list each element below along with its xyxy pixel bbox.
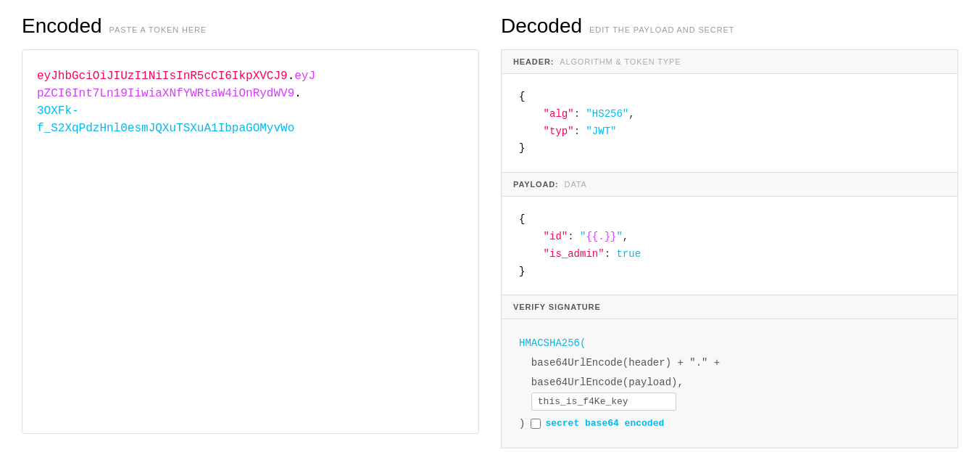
- token-part3-line2: f_S2XqPdzHnl0esmJQXuTSXuA1IbpaGOMyvWo: [37, 122, 294, 135]
- verify-section: VERIFY SIGNATURE HMACSHA256( base64UrlEn…: [501, 295, 958, 448]
- verify-body: HMACSHA256( base64UrlEncode(header) + ".…: [502, 319, 958, 448]
- encoded-box[interactable]: eyJhbGciOiJIUzI1NiIsInR5cCI6IkpXVCJ9.eyJ…: [22, 49, 479, 434]
- header-body[interactable]: { "alg": "HS256", "typ": "JWT" }: [502, 74, 958, 172]
- verify-line1: base64UrlEncode(header) + "." +: [531, 357, 720, 369]
- token-part3-line1: 3OXFk-: [37, 104, 79, 118]
- verify-footer: ) secret base64 encoded: [519, 414, 940, 434]
- header-sub: ALGORITHM & TOKEN TYPE: [560, 57, 681, 66]
- header-alg-val: "HS256": [586, 108, 628, 120]
- header-alg-key: "alg": [544, 108, 574, 120]
- header-section: HEADER: ALGORITHM & TOKEN TYPE { "alg": …: [501, 49, 958, 172]
- verify-label: VERIFY SIGNATURE: [513, 303, 601, 311]
- header-section-title: HEADER: ALGORITHM & TOKEN TYPE: [502, 50, 958, 74]
- payload-id-key: "id": [544, 231, 568, 242]
- verify-func: HMACSHA256(: [519, 337, 586, 349]
- header-typ-val: "JWT": [586, 126, 616, 137]
- header-label: HEADER:: [513, 57, 554, 66]
- secret-base64-label[interactable]: secret base64 encoded: [531, 415, 664, 433]
- payload-id-close: ": [616, 231, 622, 242]
- encoded-subtitle: PASTE A TOKEN HERE: [109, 25, 207, 34]
- decoded-title: Decoded: [501, 15, 582, 38]
- token-dot1: .: [288, 70, 295, 83]
- payload-close-brace: }: [519, 266, 525, 277]
- decoded-subtitle: EDIT THE PAYLOAD AND SECRET: [589, 25, 734, 34]
- verify-section-title: VERIFY SIGNATURE: [502, 295, 958, 319]
- decoded-panel: Decoded EDIT THE PAYLOAD AND SECRET HEAD…: [501, 15, 958, 448]
- verify-line2: base64UrlEncode(payload),: [531, 377, 684, 388]
- payload-template: {{.}}: [586, 231, 616, 242]
- token-dot2: .: [294, 87, 302, 100]
- encoded-panel: Encoded PASTE A TOKEN HERE eyJhbGciOiJIU…: [22, 15, 479, 448]
- token-part1: eyJhbGciOiJIUzI1NiIsInR5cCI6IkpXVCJ9: [37, 70, 288, 83]
- payload-admin-key: "is_admin": [544, 248, 605, 260]
- payload-section: PAYLOAD: DATA { "id": "{{.}}", "is_admin…: [501, 172, 958, 295]
- secret-base64-text: secret base64 encoded: [545, 415, 664, 433]
- payload-sub: DATA: [565, 180, 587, 189]
- encoded-title-row: Encoded PASTE A TOKEN HERE: [22, 15, 479, 38]
- header-close-brace: }: [519, 142, 525, 154]
- main-container: Encoded PASTE A TOKEN HERE eyJhbGciOiJIU…: [0, 0, 980, 452]
- secret-base64-checkbox[interactable]: [531, 419, 541, 429]
- payload-section-title: PAYLOAD: DATA: [502, 173, 958, 197]
- payload-body[interactable]: { "id": "{{.}}", "is_admin": true }: [502, 197, 958, 295]
- verify-close-paren: ): [519, 414, 525, 434]
- payload-open-brace: {: [519, 213, 525, 225]
- secret-input[interactable]: [531, 393, 676, 411]
- header-open-brace: {: [519, 91, 525, 102]
- header-typ-key: "typ": [544, 126, 574, 137]
- payload-admin-val: true: [616, 248, 641, 260]
- payload-label: PAYLOAD:: [513, 180, 559, 189]
- decoded-title-row: Decoded EDIT THE PAYLOAD AND SECRET: [501, 15, 958, 38]
- encoded-title: Encoded: [22, 15, 102, 38]
